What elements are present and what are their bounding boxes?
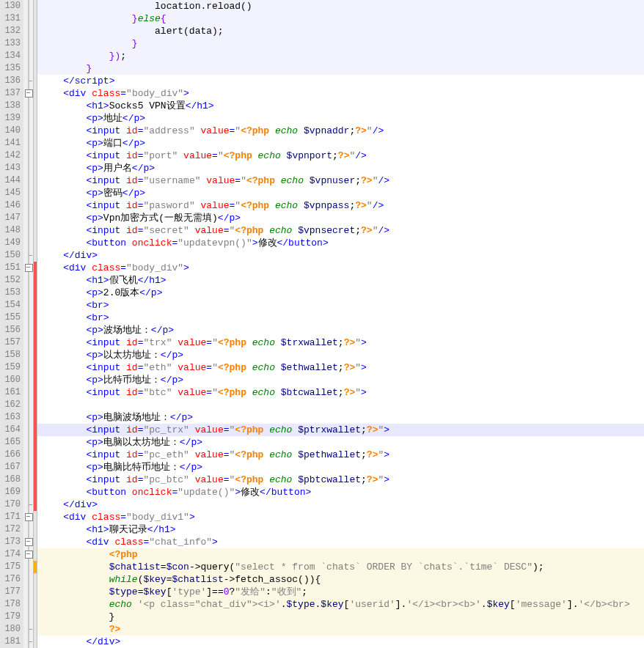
code-line[interactable]: <button onclick="updatevpn()">修改</button…	[37, 237, 644, 249]
code-line[interactable]: <div class="body_div1">	[37, 511, 644, 523]
code-line[interactable]: <p>波场地址：</p>	[37, 324, 644, 336]
change-marker	[34, 274, 37, 287]
change-marker	[34, 336, 37, 349]
code-line[interactable]: <p>电脑以太坊地址：</p>	[37, 436, 644, 449]
line-number: 133	[0, 37, 23, 50]
code-line[interactable]: <p>比特币地址：</p>	[37, 374, 644, 386]
fold-marker	[23, 461, 34, 474]
change-marker	[34, 598, 37, 611]
code-line[interactable]: </div>	[37, 249, 644, 262]
fold-marker	[23, 386, 34, 399]
line-number: 165	[0, 436, 23, 449]
line-number: 175	[0, 561, 23, 573]
line-number: 141	[0, 137, 23, 150]
fold-marker	[23, 75, 34, 87]
code-line[interactable]: alert(data);	[37, 25, 644, 37]
fold-marker	[23, 50, 34, 62]
line-number: 152	[0, 274, 23, 287]
fold-marker	[23, 212, 34, 224]
change-marker	[34, 374, 37, 386]
change-marker	[34, 299, 37, 312]
fold-marker[interactable]	[23, 511, 34, 523]
code-line[interactable]: <p>电脑波场地址：</p>	[37, 411, 644, 424]
code-line[interactable]: <p>密码</p>	[37, 187, 644, 199]
code-line[interactable]: <input id="eth" value="<?php echo $ethwa…	[37, 361, 644, 374]
change-marker	[34, 349, 37, 361]
code-line[interactable]: <div class="body_div">	[37, 262, 644, 274]
code-line[interactable]: <p>用户名</p>	[37, 162, 644, 174]
fold-marker[interactable]	[23, 548, 34, 561]
code-line[interactable]: <div class="chat_info">	[37, 536, 644, 548]
line-number: 161	[0, 386, 23, 399]
fold-marker[interactable]	[23, 536, 34, 548]
code-line[interactable]: <h1>假飞机</h1>	[37, 274, 644, 287]
fold-marker	[23, 611, 34, 623]
code-line[interactable]: }	[37, 62, 644, 75]
code-line[interactable]: <input id="pc_eth" value="<?php echo $pe…	[37, 449, 644, 461]
code-line[interactable]: </div>	[37, 636, 644, 648]
change-marker	[34, 474, 37, 486]
fold-marker	[23, 312, 34, 324]
line-number: 149	[0, 237, 23, 249]
fold-marker	[23, 361, 34, 374]
code-line[interactable]: <input id="secret" value="<?php echo $vp…	[37, 224, 644, 237]
change-marker	[34, 262, 37, 274]
line-number: 132	[0, 25, 23, 37]
code-line[interactable]: <input id="pasword" value="<?php echo $v…	[37, 199, 644, 212]
code-line[interactable]: </div>	[37, 498, 644, 511]
code-line[interactable]: <p>地址</p>	[37, 112, 644, 125]
code-line[interactable]	[37, 399, 644, 411]
code-line[interactable]: <input id="username" value="<?php echo $…	[37, 174, 644, 187]
code-line[interactable]: <input id="port" value="<?php echo $vpnp…	[37, 150, 644, 162]
fold-marker	[23, 137, 34, 150]
code-line[interactable]: <p>端口</p>	[37, 137, 644, 150]
code-line[interactable]: <h1>Socks5 VPN设置</h1>	[37, 100, 644, 112]
code-line[interactable]: $chatlist=$con->query("select * from `ch…	[37, 561, 644, 573]
fold-marker	[23, 287, 34, 299]
fold-marker	[23, 274, 34, 287]
fold-marker	[23, 37, 34, 50]
code-line[interactable]: }else{	[37, 12, 644, 25]
fold-marker	[23, 336, 34, 349]
code-line[interactable]: while($key=$chatlist->fetch_assoc()){	[37, 573, 644, 586]
line-number: 146	[0, 199, 23, 212]
code-line[interactable]: <input id="address" value="<?php echo $v…	[37, 125, 644, 137]
code-line[interactable]: <p>以太坊地址：</p>	[37, 349, 644, 361]
code-line[interactable]: location.reload()	[37, 0, 644, 12]
code-line[interactable]: <br>	[37, 299, 644, 312]
code-line[interactable]: </script>	[37, 75, 644, 87]
code-line[interactable]: <p>电脑比特币地址：</p>	[37, 461, 644, 474]
code-line[interactable]: <input id="trx" value="<?php echo $trxwa…	[37, 336, 644, 349]
code-line[interactable]: <p>2.0版本</p>	[37, 287, 644, 299]
code-editor[interactable]: 1301311321331341351361371381391401411421…	[0, 0, 644, 648]
fold-marker	[23, 636, 34, 648]
code-line[interactable]: <input id="pc_trx" value="<?php echo $pt…	[37, 424, 644, 436]
code-line[interactable]: <br>	[37, 312, 644, 324]
code-line[interactable]: });	[37, 50, 644, 62]
line-number: 143	[0, 162, 23, 174]
change-marker	[34, 561, 37, 573]
code-line[interactable]: }	[37, 611, 644, 623]
code-line[interactable]: }	[37, 37, 644, 50]
code-line[interactable]: <div class="body_div">	[37, 87, 644, 100]
code-line[interactable]: ?>	[37, 623, 644, 636]
line-number: 168	[0, 474, 23, 486]
code-line[interactable]: echo '<p class="chat_div"><i>'.$type.$ke…	[37, 598, 644, 611]
line-number: 162	[0, 399, 23, 411]
code-line[interactable]: $type=$key['type']==0?"发给":"收到";	[37, 586, 644, 598]
fold-marker	[23, 399, 34, 411]
code-line[interactable]: <button onclick="update()">修改</button>	[37, 486, 644, 498]
fold-marker[interactable]	[23, 87, 34, 100]
code-area[interactable]: location.reload() }else{ alert(data); } …	[37, 0, 644, 648]
fold-marker[interactable]	[23, 262, 34, 274]
line-number: 137	[0, 87, 23, 100]
code-line[interactable]: <h1>聊天记录</h1>	[37, 523, 644, 536]
code-line[interactable]: <input id="pc_btc" value="<?php echo $pb…	[37, 474, 644, 486]
line-number: 156	[0, 324, 23, 336]
code-line[interactable]: <p>Vpn加密方式(一般无需填)</p>	[37, 212, 644, 224]
code-line[interactable]: <?php	[37, 548, 644, 561]
fold-marker	[23, 100, 34, 112]
fold-marker	[23, 0, 34, 12]
change-marker	[34, 586, 37, 598]
code-line[interactable]: <input id="btc" value="<?php echo $btcwa…	[37, 386, 644, 399]
